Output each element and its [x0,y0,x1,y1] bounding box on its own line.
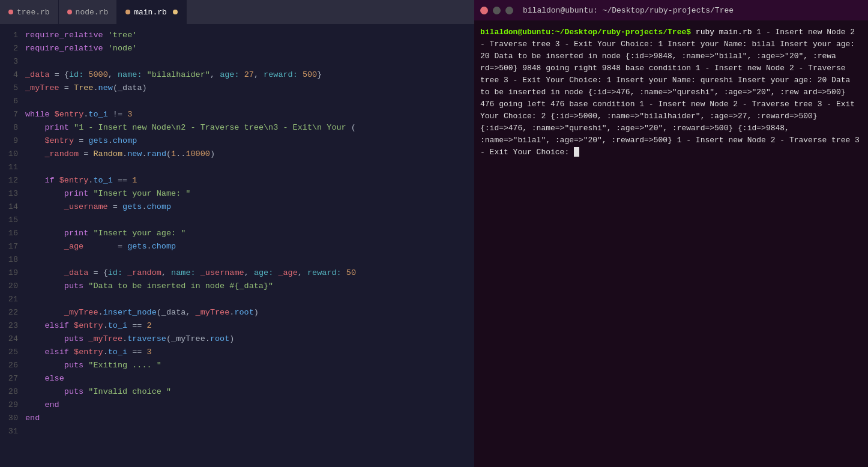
terminal-output: 1 - Insert new Node 2 - Traverse tree 3 … [480,28,860,157]
tab-bar: tree.rb node.rb main.rb [0,0,474,24]
tab-label-main: main.rb [134,8,167,17]
tab-label-node: node.rb [76,8,109,17]
tab-label-tree: tree.rb [17,8,50,17]
tab-tree-rb[interactable]: tree.rb [0,0,59,24]
terminal-body[interactable]: bilaldon@ubuntu:~/Desktop/ruby-projects/… [474,20,868,467]
tab-node-rb[interactable]: node.rb [59,0,118,24]
tab-modified-indicator [173,10,178,14]
terminal-close-button[interactable] [480,7,488,14]
tab-dot-node [67,10,72,14]
terminal-title: bilaldon@ubuntu: ~/Desktop/ruby-projects… [523,6,734,15]
tab-main-rb[interactable]: main.rb [117,0,187,24]
terminal-panel: bilaldon@ubuntu: ~/Desktop/ruby-projects… [474,0,868,467]
terminal-prompt: bilaldon@ubuntu:~/Desktop/ruby-projects/… [480,28,691,37]
code-content: require_relative 'tree' require_relative… [25,29,474,462]
terminal-cursor [574,147,579,157]
terminal-titlebar: bilaldon@ubuntu: ~/Desktop/ruby-projects… [474,0,868,20]
terminal-command: ruby main.rb [691,28,752,37]
code-area: 12345 678910 1112131415 1617181920 21222… [0,24,474,467]
editor-panel: tree.rb node.rb main.rb 12345 678910 111… [0,0,474,467]
tab-dot-tree [8,10,13,14]
terminal-minimize-button[interactable] [493,7,501,14]
terminal-maximize-button[interactable] [505,7,513,14]
line-numbers: 12345 678910 1112131415 1617181920 21222… [0,29,25,462]
tab-dot-main [125,10,130,14]
